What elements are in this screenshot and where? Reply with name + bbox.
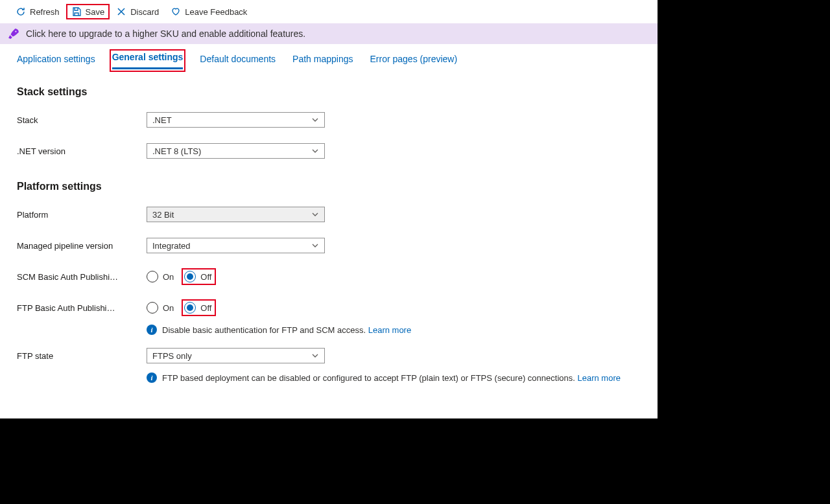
discard-button[interactable]: Discard: [111, 4, 164, 19]
ftp-auth-label: FTP Basic Auth Publishi…: [17, 303, 147, 313]
mpv-label: Managed pipeline version: [17, 241, 147, 251]
ftp-state-label: FTP state: [17, 351, 147, 361]
tab-default-documents[interactable]: Default documents: [200, 54, 276, 69]
refresh-icon: [16, 6, 26, 17]
tab-path-mappings[interactable]: Path mappings: [292, 54, 353, 69]
tab-error-pages[interactable]: Error pages (preview): [370, 54, 457, 69]
netver-select[interactable]: .NET 8 (LTS): [147, 143, 325, 159]
heart-icon: [171, 6, 181, 17]
stack-value: .NET: [152, 115, 172, 125]
upgrade-text: Click here to upgrade to a higher SKU an…: [26, 29, 305, 39]
refresh-button[interactable]: Refresh: [10, 4, 65, 19]
netver-label: .NET version: [17, 146, 147, 156]
scm-label: SCM Basic Auth Publishi…: [17, 272, 147, 282]
save-icon: [71, 6, 82, 17]
tab-general-settings[interactable]: General settings: [112, 52, 184, 69]
close-icon: [116, 6, 126, 17]
feedback-button[interactable]: Leave Feedback: [165, 4, 252, 19]
ftp-on-radio[interactable]: On: [147, 302, 174, 314]
tab-application-settings[interactable]: Application settings: [17, 54, 95, 69]
save-button[interactable]: Save: [66, 4, 110, 19]
chevron-down-icon: [311, 242, 319, 249]
chevron-down-icon: [311, 352, 319, 360]
scm-on-radio[interactable]: On: [147, 271, 174, 282]
rocket-icon: [8, 28, 19, 40]
stack-select[interactable]: .NET: [147, 112, 325, 128]
scm-off-radio[interactable]: Off: [182, 268, 216, 285]
platform-settings-title: Platform settings: [17, 181, 641, 192]
platform-label: Platform: [17, 210, 147, 220]
basic-auth-learn-more[interactable]: Learn more: [368, 325, 411, 335]
info-icon: i: [147, 372, 157, 383]
platform-select[interactable]: 32 Bit: [147, 207, 325, 222]
info-icon: i: [147, 325, 157, 335]
chevron-down-icon: [311, 147, 319, 155]
ftp-state-learn-more[interactable]: Learn more: [577, 373, 620, 383]
discard-label: Discard: [130, 7, 159, 17]
feedback-label: Leave Feedback: [185, 7, 247, 17]
mpv-value: Integrated: [152, 241, 191, 251]
chevron-down-icon: [311, 116, 319, 124]
ftp-state-value: FTPS only: [152, 351, 192, 361]
upgrade-banner[interactable]: Click here to upgrade to a higher SKU an…: [0, 23, 658, 44]
ftp-off-radio[interactable]: Off: [182, 299, 216, 316]
stack-label: Stack: [17, 115, 147, 125]
stack-settings-title: Stack settings: [17, 86, 641, 98]
tab-strip: Application settings General settings De…: [0, 44, 658, 69]
netver-value: .NET 8 (LTS): [152, 146, 201, 156]
refresh-label: Refresh: [30, 7, 60, 17]
ftp-state-select[interactable]: FTPS only: [147, 348, 325, 363]
basic-auth-info: i Disable basic authentication for FTP a…: [147, 325, 641, 335]
ftp-state-info: i FTP based deployment can be disabled o…: [147, 372, 641, 383]
platform-value: 32 Bit: [152, 210, 174, 220]
mpv-select[interactable]: Integrated: [147, 238, 325, 253]
save-label: Save: [86, 7, 105, 17]
chevron-down-icon: [311, 211, 319, 218]
command-bar: Refresh Save Discard Leave Feedback: [0, 0, 658, 23]
